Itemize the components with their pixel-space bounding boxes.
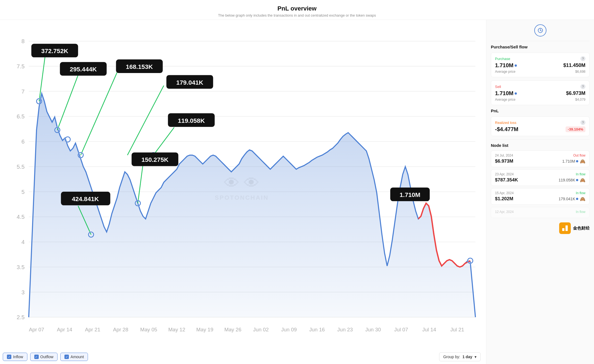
- svg-point-82: [540, 30, 541, 31]
- inflow-legend[interactable]: ✓ Inflow: [3, 353, 27, 361]
- group-by-label: Group by:: [443, 355, 460, 359]
- purchase-info-icon[interactable]: ?: [580, 56, 585, 61]
- chart-controls: ✓ Inflow ✓ Outflow ✓ Amount Group by: 1 …: [3, 350, 481, 361]
- sell-amount: 1.710M: [495, 90, 517, 97]
- node-flow-3: In flow: [576, 191, 585, 195]
- purchase-sell-flow-title: Purchase/Sell flow: [491, 45, 590, 49]
- node-flow-4: In flow: [576, 210, 585, 214]
- chevron-down-icon: ▾: [475, 355, 476, 359]
- svg-text:3.5: 3.5: [17, 264, 25, 270]
- svg-text:Jul 21: Jul 21: [450, 327, 464, 332]
- node-list-title: Node list: [491, 143, 590, 148]
- svg-text:150.275K: 150.275K: [141, 156, 168, 163]
- sell-label: Sell: [495, 85, 501, 89]
- amount-checkbox[interactable]: ✓: [64, 355, 69, 359]
- svg-text:6: 6: [21, 138, 24, 145]
- svg-line-25: [57, 75, 78, 130]
- purchase-label: Purchase: [495, 57, 510, 61]
- node-date-3: 15 Apr, 2024: [495, 191, 514, 195]
- node-amount-2: $787.354K: [495, 177, 518, 183]
- eye-icon-2[interactable]: 🙈: [580, 178, 585, 183]
- token-icon-sell: [515, 92, 517, 95]
- svg-text:Apr 28: Apr 28: [113, 327, 128, 332]
- node-date-4: 12 Apr, 2024: [495, 210, 514, 214]
- purchase-total: $11.450M: [563, 63, 585, 68]
- node-amount-1: $6.973M: [495, 158, 513, 164]
- sell-info-icon[interactable]: ?: [580, 84, 585, 89]
- pnl-value: -$4.477M: [495, 126, 519, 132]
- svg-line-29: [138, 164, 143, 203]
- node-item: 15 Apr, 2024 In flow $1.202M 179.041K 🙈: [491, 188, 590, 205]
- node-item: 23 Apr, 2024 In flow $787.354K 119.058K …: [491, 169, 590, 186]
- group-by-button[interactable]: Group by: 1 day ▾: [439, 352, 481, 361]
- brand-icon: [559, 222, 571, 234]
- svg-text:1.710M: 1.710M: [400, 191, 420, 198]
- svg-text:Jun 30: Jun 30: [365, 327, 381, 332]
- svg-text:168.153K: 168.153K: [126, 63, 153, 70]
- svg-text:424.841K: 424.841K: [72, 196, 99, 202]
- node-amount-3: $1.202M: [495, 196, 513, 202]
- inflow-label: Inflow: [13, 355, 23, 359]
- node-date-2: 23 Apr, 2024: [495, 172, 514, 176]
- svg-text:5: 5: [21, 189, 24, 195]
- inflow-checkbox[interactable]: ✓: [7, 355, 11, 359]
- node-tokens-2: 119.058K: [559, 178, 578, 182]
- svg-rect-84: [566, 225, 568, 231]
- pnl-card: Realized loss ? -$4.477M -39.104%: [491, 116, 590, 136]
- purchase-avg-label: Average price: [495, 70, 515, 74]
- node-item: 12 Apr, 2024 In flow: [491, 207, 590, 218]
- eye-icon-3[interactable]: 🙈: [580, 196, 585, 202]
- node-flow-2: In flow: [576, 172, 585, 176]
- svg-text:Apr 21: Apr 21: [85, 327, 100, 332]
- svg-text:5.5: 5.5: [17, 163, 25, 170]
- pnl-title: PnL: [491, 108, 590, 113]
- purchase-card: Purchase ? 1.710M $11.450M Average price…: [491, 53, 590, 77]
- pnl-badge: -39.104%: [566, 126, 585, 132]
- eye-icon-1[interactable]: 🙈: [580, 159, 585, 164]
- svg-text:Jun 23: Jun 23: [337, 327, 353, 332]
- outflow-label: Outflow: [40, 355, 53, 359]
- svg-text:Jun 09: Jun 09: [281, 327, 297, 332]
- sell-card: Sell ? 1.710M $6.973M Average price $4,0…: [491, 80, 590, 105]
- svg-line-26: [81, 72, 117, 155]
- svg-text:Apr 07: Apr 07: [29, 327, 44, 332]
- sell-avg-value: $4,079: [575, 98, 585, 102]
- svg-rect-83: [562, 228, 564, 231]
- svg-text:179.041K: 179.041K: [176, 79, 203, 86]
- svg-text:May 12: May 12: [168, 327, 185, 332]
- svg-text:4: 4: [21, 239, 24, 245]
- svg-text:4.5: 4.5: [17, 214, 25, 220]
- page-subtitle: The below graph only includes the transa…: [0, 13, 594, 17]
- token-icon: [515, 64, 517, 67]
- svg-text:May 26: May 26: [224, 327, 241, 332]
- price-chart: 8 7.5 7 6.5 6 5.5 5 4.5 4 3.5 3 2.5: [3, 25, 481, 350]
- clock-icon: [534, 24, 546, 37]
- svg-line-27: [127, 85, 164, 155]
- svg-text:6.5: 6.5: [17, 113, 25, 119]
- svg-text:295.444K: 295.444K: [70, 66, 97, 73]
- svg-text:2.5: 2.5: [17, 314, 25, 320]
- realized-loss-label: Realized loss: [495, 121, 516, 125]
- svg-text:Apr 14: Apr 14: [57, 327, 72, 332]
- svg-text:7.5: 7.5: [17, 63, 25, 69]
- svg-text:Jun 16: Jun 16: [309, 327, 325, 332]
- svg-text:May 19: May 19: [196, 327, 213, 332]
- brand-area: 金色财经: [491, 222, 590, 234]
- svg-text:372.752K: 372.752K: [41, 48, 68, 54]
- svg-text:8: 8: [21, 38, 24, 44]
- outflow-checkbox[interactable]: ✓: [34, 355, 39, 359]
- page-title: PnL overview: [0, 5, 594, 12]
- brand-text: 金色财经: [573, 226, 590, 231]
- outflow-legend[interactable]: ✓ Outflow: [30, 353, 58, 361]
- svg-text:7: 7: [21, 88, 24, 95]
- amount-legend[interactable]: ✓ Amount: [60, 353, 88, 361]
- node-flow-1: Out flow: [573, 154, 585, 157]
- svg-text:Jul 07: Jul 07: [394, 327, 408, 332]
- node-tokens-3: 179.041K: [559, 197, 578, 201]
- sell-total: $6.973M: [566, 90, 585, 96]
- realized-loss-info-icon[interactable]: ?: [580, 120, 585, 125]
- right-panel: Purchase/Sell flow Purchase ? 1.710M $11…: [486, 20, 594, 364]
- svg-text:3: 3: [21, 289, 24, 295]
- purchase-amount: 1.710M: [495, 62, 517, 69]
- svg-text:119.058K: 119.058K: [178, 117, 205, 124]
